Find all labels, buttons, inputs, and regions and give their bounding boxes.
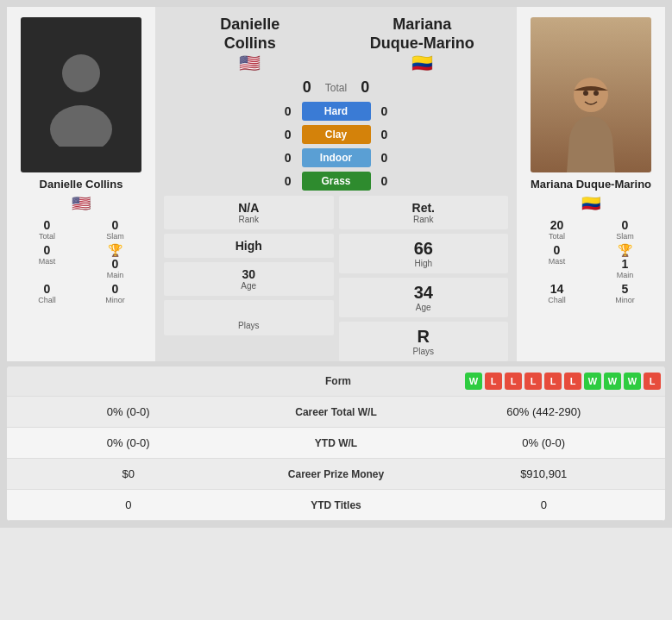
left-minor-lbl: Minor	[105, 296, 125, 304]
right-minor-cell: 5 Minor	[593, 282, 656, 304]
form-label: Form	[252, 366, 424, 396]
left-rank-lbl: Rank	[167, 215, 330, 224]
ytd-wl-right: 0% (0-0)	[423, 428, 666, 458]
indoor-row: 0 Indoor 0	[173, 148, 499, 167]
form-badge-l: L	[544, 373, 562, 390]
grass-left: 0	[276, 174, 292, 188]
right-name-header: Mariana Duque-Marino 🇨🇴	[366, 16, 478, 73]
form-badge-l: L	[505, 373, 522, 390]
svg-point-3	[583, 91, 588, 96]
left-total-lbl: Total	[39, 232, 55, 241]
right-minor-val: 5	[622, 282, 629, 296]
clay-right: 0	[381, 128, 397, 141]
prize-label: Career Prize Money	[250, 460, 423, 489]
left-minor-val: 0	[112, 282, 119, 296]
right-mast-cell: 0 Mast	[525, 243, 588, 279]
stats-table: Form WLLLLLWWWL 0% (0-0) Career Total W/…	[7, 366, 665, 521]
right-trophy-icon: 🏆	[618, 243, 632, 257]
left-chall-lbl: Chall	[38, 296, 56, 304]
svg-point-2	[574, 78, 608, 112]
left-high-val: High	[167, 239, 330, 253]
right-plays-lbl: Plays	[342, 347, 506, 356]
left-plays-lbl: Plays	[167, 321, 330, 330]
right-high-box: 66 High	[339, 234, 509, 273]
left-trophy-icon: 🏆	[108, 243, 122, 257]
right-minor-lbl: Minor	[615, 296, 635, 304]
grass-row: 0 Grass 0	[173, 172, 499, 191]
left-center-stats: N/A Rank High 30 Age Plays	[164, 196, 334, 361]
right-age-val: 34	[342, 283, 506, 303]
right-chall-lbl: Chall	[548, 296, 566, 304]
right-header-name: Mariana Duque-Marino	[366, 16, 478, 53]
total-left: 0	[303, 78, 311, 97]
right-slam-val: 0	[622, 218, 629, 232]
left-age-lbl: Age	[167, 281, 330, 291]
left-age-box: 30 Age	[164, 262, 334, 296]
right-player-photo	[531, 17, 651, 172]
right-high-val: 66	[342, 239, 506, 259]
hard-left: 0	[276, 104, 292, 118]
right-plays-val: R	[342, 327, 506, 347]
total-row: 0 Total 0	[155, 73, 517, 102]
center-comparison: Danielle Collins 🇺🇸 Mariana Duque-Marino…	[155, 7, 517, 361]
main-wrapper: Danielle Collins 🇺🇸 0 Total 0 Slam 0 Mas…	[0, 0, 672, 528]
svg-point-4	[593, 91, 599, 96]
left-slam-lbl: Slam	[106, 232, 124, 241]
form-badge-w: W	[584, 373, 601, 390]
ytd-wl-row: 0% (0-0) YTD W/L 0% (0-0)	[7, 428, 665, 459]
prize-right: $910,901	[423, 459, 666, 489]
left-minor-cell: 0 Minor	[84, 282, 147, 304]
total-right: 0	[361, 78, 369, 97]
right-chall-cell: 14 Chall	[525, 282, 588, 304]
right-main-lbl: Main	[617, 271, 634, 279]
right-chall-val: 14	[550, 282, 564, 296]
form-left-empty	[7, 373, 252, 390]
svg-point-0	[62, 54, 100, 92]
left-plays-val	[167, 305, 330, 321]
clay-button[interactable]: Clay	[302, 125, 371, 144]
ytd-titles-label: YTD Titles	[250, 491, 423, 520]
right-mast-val: 0	[554, 243, 561, 257]
right-total-cell: 20 Total	[525, 218, 588, 241]
left-player-flag: 🇺🇸	[72, 194, 91, 213]
right-total-val: 20	[550, 218, 564, 232]
left-total-val: 0	[44, 218, 51, 232]
left-chall-cell: 0 Chall	[16, 282, 79, 304]
hard-button[interactable]: Hard	[302, 102, 371, 121]
hard-right: 0	[381, 104, 397, 118]
career-wl-row: 0% (0-0) Career Total W/L 60% (442-290)	[7, 397, 665, 428]
left-name-header: Danielle Collins 🇺🇸	[194, 16, 306, 73]
left-mast-cell: 0 Mast	[16, 243, 79, 279]
grass-button[interactable]: Grass	[302, 172, 371, 191]
left-high-box: High	[164, 234, 334, 258]
clay-left: 0	[276, 128, 292, 141]
right-rank-lbl: Rank	[342, 215, 506, 224]
right-player-block: Mariana Duque-Marino 🇨🇴 20 Total 0 Slam …	[517, 7, 665, 361]
career-wl-left: 0% (0-0)	[7, 397, 250, 427]
left-player-photo	[21, 17, 141, 172]
left-mast-val: 0	[44, 243, 51, 257]
left-chall-val: 0	[44, 282, 51, 296]
right-high-lbl: High	[342, 259, 506, 268]
indoor-right: 0	[381, 151, 397, 165]
left-header-flag: 🇺🇸	[194, 53, 306, 73]
svg-point-1	[50, 105, 112, 147]
prize-left: $0	[7, 459, 250, 489]
right-rank-box: Ret. Rank	[339, 196, 509, 229]
prize-row: $0 Career Prize Money $910,901	[7, 459, 665, 490]
form-badge-l: L	[485, 373, 502, 390]
right-player-name: Mariana Duque-Marino	[531, 178, 651, 191]
names-row: Danielle Collins 🇺🇸 Mariana Duque-Marino…	[155, 7, 517, 73]
right-age-lbl: Age	[342, 303, 506, 312]
left-header-name: Danielle Collins	[194, 16, 306, 53]
indoor-button[interactable]: Indoor	[302, 148, 371, 167]
right-plays-box: R Plays	[339, 322, 509, 361]
right-header-flag: 🇨🇴	[366, 53, 478, 73]
career-wl-label: Career Total W/L	[250, 398, 423, 427]
right-center-stats: Ret. Rank 66 High 34 Age R Plays	[339, 196, 509, 361]
surfaces-section: 0 Hard 0 0 Clay 0 0 Indoor 0 0 Grass	[155, 102, 517, 191]
total-label: Total	[325, 82, 347, 94]
right-slam-lbl: Slam	[616, 232, 634, 241]
ytd-titles-left: 0	[7, 490, 250, 520]
right-slam-cell: 0 Slam	[593, 218, 656, 241]
